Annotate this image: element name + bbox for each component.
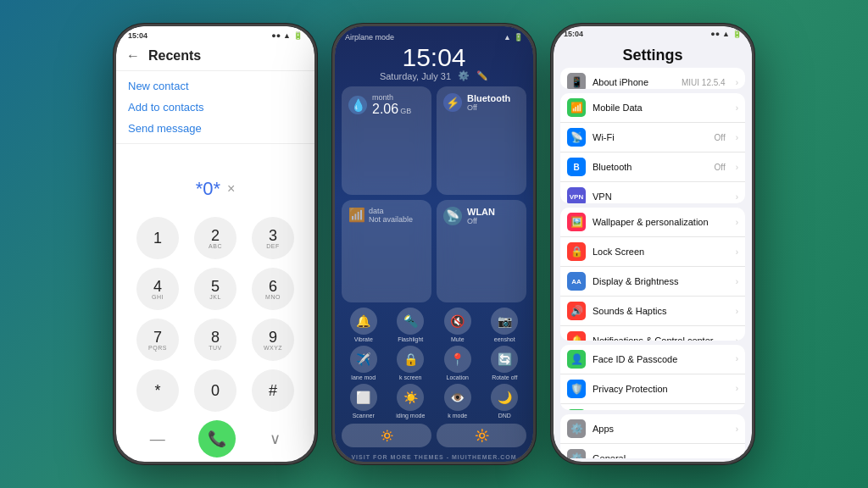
settings-item-bluetooth[interactable]: B Bluetooth Off › [560, 152, 745, 182]
wlan-label: WLAN [467, 207, 495, 217]
vibrate-button[interactable]: 🔔 Vibrate [342, 308, 386, 342]
settings-group-security: 👤 Face ID & Passcode › 🛡️ Privacy Protec… [560, 345, 745, 411]
settings-item-wallpaper[interactable]: 🖼️ Wallpaper & personalization › [560, 208, 745, 237]
dial-7[interactable]: 7PQRS [136, 319, 179, 361]
data-sub: Not available [369, 215, 413, 224]
data-card-label: month [372, 93, 411, 102]
display-label: Display & Brightness [593, 276, 729, 286]
cc-date-row: Saturday, July 31 ⚙️ ✏️ [335, 70, 533, 81]
dnd-button[interactable]: 🌙 DND [483, 384, 527, 419]
brightness-high-button[interactable]: 🔆 [437, 424, 526, 447]
settings-icon[interactable]: ⚙️ [458, 70, 470, 81]
lock-label: k screen [399, 374, 421, 380]
flashlight-button[interactable]: 🔦 Flashlight [389, 308, 433, 342]
scanner-label: Scanner [353, 413, 375, 419]
faceid-arrow: › [736, 354, 738, 363]
mute-icon: 🔇 [444, 308, 471, 335]
settings-item-faceid[interactable]: 👤 Face ID & Passcode › [560, 345, 745, 374]
vpn-arrow: › [736, 192, 738, 202]
cc-status-bar: Airplane mode ▲ 🔋 [335, 26, 533, 45]
airplane-button[interactable]: ✈️ lane mod [342, 346, 386, 380]
bluetooth-settings-icon: B [567, 158, 586, 176]
battery-icon: 🔋 [514, 33, 523, 42]
new-contact-link[interactable]: New contact [128, 80, 303, 92]
dial-3[interactable]: 3DEF [252, 217, 294, 259]
settings-item-display[interactable]: AA Display & Brightness › [560, 267, 745, 297]
rotate-icon: 🔄 [491, 346, 518, 373]
phone-3-screen: 15:04 ●● ▲ 🔋 Settings 📱 About iPhone MIU… [554, 26, 752, 462]
dial-2[interactable]: 2ABC [194, 217, 236, 259]
settings-group-general: ⚙️ Apps › ⚙️ General › [560, 414, 745, 458]
data-card[interactable]: 💧 month 2.06 GB [342, 86, 431, 195]
rotate-button[interactable]: 🔄 Rotate off [483, 346, 527, 380]
send-message-link[interactable]: Send message [128, 122, 303, 135]
settings-item-apps[interactable]: ⚙️ Apps › [560, 414, 745, 444]
edit-icon[interactable]: ✏️ [476, 70, 488, 81]
lock-screen-button[interactable]: 🔒 k screen [389, 346, 433, 380]
privacy-label: Privacy Protection [593, 384, 729, 394]
settings-item-mobile-data[interactable]: 📶 Mobile Data › [560, 93, 745, 123]
quick-actions: New contact Add to contacts Send message [116, 71, 314, 144]
settings-item-notifications[interactable]: 🔔 Notifications & Control center › [560, 326, 745, 340]
dial-5[interactable]: 5JKL [194, 268, 236, 310]
data-card-unit: GB [400, 107, 411, 115]
back-button[interactable]: ← [126, 48, 140, 64]
dial-1[interactable]: 1 [136, 217, 179, 259]
status-icons-3: ●● ▲ 🔋 [710, 30, 742, 38]
dial-4[interactable]: 4GHI [136, 268, 179, 310]
settings-group-network: 📶 Mobile Data › 📡 Wi-Fi Off › B Bluetoot… [560, 93, 745, 203]
rotate-label: Rotate off [492, 374, 517, 380]
scanner-button[interactable]: ⬜ Scanner [342, 384, 386, 419]
chevron-down-icon[interactable]: ∨ [270, 430, 281, 448]
add-to-contacts-link[interactable]: Add to contacts [128, 101, 303, 114]
status-bar-1: 15:04 ●● ▲ 🔋 [116, 26, 314, 42]
dial-display: *0* × [196, 178, 236, 200]
lockscreen-arrow: › [736, 247, 738, 257]
screenshot-button[interactable]: 📷 eenshot [483, 308, 527, 342]
location-button[interactable]: 📍 Location [436, 346, 480, 380]
phone-2: Airplane mode ▲ 🔋 15:04 Saturday, July 3… [332, 24, 536, 464]
watermark: VISIT FOR MORE THEMES - MIUITHEMER.COM [335, 452, 533, 462]
settings-item-privacy[interactable]: 🛡️ Privacy Protection › [560, 374, 745, 404]
display-icon: AA [567, 272, 586, 291]
bluetooth-card[interactable]: ⚡ Bluetooth Off [437, 86, 526, 195]
battery-settings-icon: 🔋 [567, 409, 586, 411]
settings-item-battery[interactable]: 🔋 Battery › [560, 404, 745, 411]
bluetooth-label: Bluetooth [467, 93, 510, 103]
sounds-label: Sounds & Haptics [593, 306, 729, 316]
call-button[interactable]: 📞 [198, 420, 236, 458]
dial-0[interactable]: 0 [194, 369, 236, 412]
dial-clear-button[interactable]: × [227, 181, 235, 197]
wlan-status: Off [467, 217, 495, 225]
privacy-arrow: › [736, 384, 738, 393]
brightness-low-button[interactable]: 🔅 [342, 424, 431, 447]
brightness-high-icon: 🔆 [475, 429, 489, 442]
more-options-icon[interactable]: — [150, 430, 165, 448]
lockscreen-label: Lock Screen [593, 247, 729, 257]
dial-8[interactable]: 8TUV [194, 319, 236, 361]
about-value: MIUI 12.5.4 [682, 78, 726, 87]
reading-mode-button[interactable]: ☀️ iding mode [389, 384, 433, 419]
sounds-arrow: › [736, 307, 738, 316]
dial-6[interactable]: 6MNO [252, 268, 294, 310]
settings-item-about[interactable]: 📱 About iPhone MIUI 12.5.4 › [560, 68, 745, 89]
settings-item-vpn[interactable]: VPN VPN › [560, 182, 745, 203]
settings-item-wifi[interactable]: 📡 Wi-Fi Off › [560, 123, 745, 152]
reading-mode-label: iding mode [396, 413, 425, 419]
about-label: About iPhone [593, 77, 675, 87]
mute-button[interactable]: 🔇 Mute [436, 308, 480, 342]
dark-mode-button[interactable]: 👁️ k mode [436, 384, 480, 419]
settings-item-sounds[interactable]: 🔊 Sounds & Haptics › [560, 297, 745, 326]
dial-star[interactable]: * [136, 369, 179, 412]
settings-item-general[interactable]: ⚙️ General › [560, 444, 745, 458]
cc-icon-row-1: 🔔 Vibrate 🔦 Flashlight 🔇 Mute 📷 eenshot [335, 308, 533, 342]
mobile-data-card[interactable]: 📶 data Not available [342, 200, 431, 303]
settings-item-lockscreen[interactable]: 🔒 Lock Screen › [560, 237, 745, 267]
faceid-icon: 👤 [567, 350, 586, 369]
vibrate-icon: 🔔 [350, 308, 377, 335]
dial-9[interactable]: 9WXYZ [252, 319, 294, 361]
dial-hash[interactable]: # [252, 369, 294, 412]
mobile-data-label: Mobile Data [593, 103, 729, 113]
wlan-card[interactable]: 📡 WLAN Off [437, 200, 526, 303]
vpn-label: VPN [593, 191, 729, 202]
